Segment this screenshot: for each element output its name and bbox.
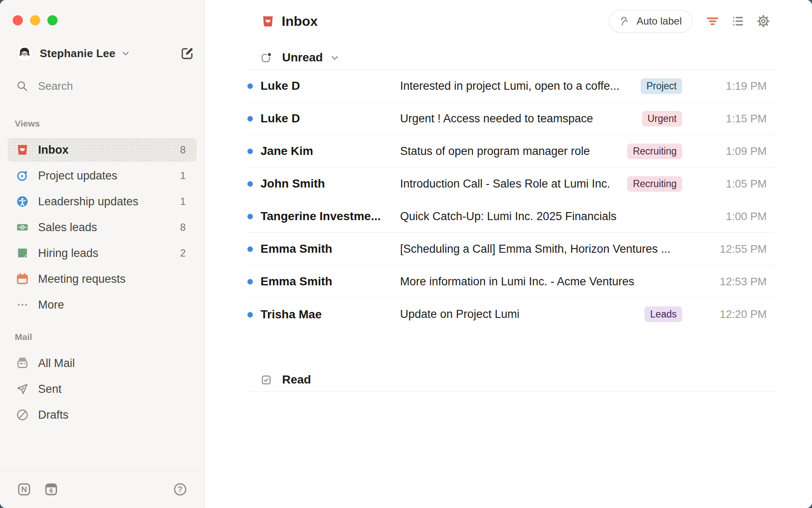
checked-checkbox-icon bbox=[261, 374, 272, 386]
account-switcher[interactable]: Stephanie Lee bbox=[40, 47, 131, 60]
page-title: Inbox bbox=[282, 14, 318, 29]
search-placeholder: Search bbox=[38, 80, 73, 93]
all-mail-icon bbox=[16, 357, 29, 370]
label-badge: Urgent bbox=[642, 111, 682, 127]
email-subject: [Scheduling a Call] Emma Smith, Horizon … bbox=[400, 243, 703, 256]
email-row[interactable]: Tangerine Investme... Quick Catch-Up: Lu… bbox=[247, 200, 774, 233]
sidebar-item-label: Meeting requests bbox=[38, 273, 126, 286]
label-badge: Recruiting bbox=[627, 144, 682, 159]
email-time: 12:20 PM bbox=[703, 308, 767, 321]
target-icon bbox=[16, 169, 29, 182]
sidebar-item-sales-leads[interactable]: Sales leads 8 bbox=[8, 215, 197, 239]
email-subject: Interested in project Lumi, open to a co… bbox=[400, 80, 641, 93]
email-group: Read bbox=[205, 368, 812, 392]
sidebar-footer: 6 ? bbox=[0, 470, 204, 508]
sidebar-item-label: Inbox bbox=[38, 144, 69, 157]
email-row[interactable]: Emma Smith More information in Lumi Inc.… bbox=[247, 265, 774, 298]
drafts-icon bbox=[16, 409, 29, 421]
calendar-icon bbox=[16, 273, 29, 285]
sidebar-item-label: Hiring leads bbox=[38, 247, 99, 260]
email-row[interactable]: Luke D Urgent ! Access needed to teamspa… bbox=[247, 102, 774, 135]
svg-text:?: ? bbox=[178, 485, 183, 494]
unread-count: 8 bbox=[180, 144, 186, 156]
sidebar-item-all-mail[interactable]: All Mail bbox=[8, 351, 197, 375]
maximize-window-button[interactable] bbox=[47, 15, 58, 25]
sidebar-item-project-updates[interactable]: Project updates 1 bbox=[8, 164, 197, 188]
note-icon bbox=[16, 247, 29, 260]
unread-dot-icon bbox=[247, 279, 253, 284]
email-time: 1:15 PM bbox=[703, 112, 767, 125]
send-icon bbox=[16, 383, 29, 395]
sidebar-item-leadership-updates[interactable]: Leadership updates 1 bbox=[8, 190, 197, 213]
email-sender: Jane Kim bbox=[261, 144, 400, 158]
email-time: 1:19 PM bbox=[703, 80, 767, 93]
avatar bbox=[16, 45, 33, 62]
email-time: 12:53 PM bbox=[703, 275, 767, 288]
email-subject: Update on Project Lumi bbox=[400, 308, 645, 321]
email-list: Unread Luke D Interested in project Lumi… bbox=[205, 46, 812, 392]
help-icon[interactable]: ? bbox=[173, 482, 187, 497]
auto-label-lasso-icon bbox=[620, 16, 631, 27]
sidebar-item-label: Sent bbox=[38, 383, 62, 396]
sidebar-item-hiring-leads[interactable]: Hiring leads 2 bbox=[8, 241, 197, 265]
label-badge: Leads bbox=[645, 306, 682, 322]
sidebar-item-drafts[interactable]: Drafts bbox=[8, 403, 197, 427]
email-group: Unread Luke D Interested in project Lumi… bbox=[205, 46, 812, 331]
email-subject: Urgent ! Access needed to teamspace bbox=[400, 112, 642, 125]
app-window: Stephanie Lee Search Views Inbox 8 Proje… bbox=[0, 0, 812, 508]
sidebar-section: Views Inbox 8 Project updates 1 Leadersh… bbox=[0, 119, 204, 317]
email-subject: Introduction Call - Sales Role at Lumi I… bbox=[400, 177, 627, 190]
unread-status-icon bbox=[261, 52, 272, 64]
email-time: 1:05 PM bbox=[703, 177, 767, 190]
sidebar-item-label: Leadership updates bbox=[38, 195, 138, 208]
toolbar: Auto label bbox=[609, 10, 770, 33]
unread-dot-icon bbox=[247, 312, 253, 318]
email-row[interactable]: Jane Kim Status of open program manager … bbox=[247, 135, 774, 168]
close-window-button[interactable] bbox=[13, 15, 23, 25]
email-subject: More information in Lumi Inc. - Acme Ven… bbox=[400, 275, 703, 288]
unread-dot-icon bbox=[247, 149, 253, 154]
email-row[interactable]: Luke D Interested in project Lumi, open … bbox=[247, 70, 774, 102]
inbox-icon bbox=[16, 144, 29, 156]
unread-count: 1 bbox=[180, 196, 186, 207]
search-input[interactable]: Search bbox=[16, 79, 194, 93]
email-subject: Status of open program manager role bbox=[400, 145, 627, 158]
banknote-icon bbox=[16, 221, 29, 234]
email-row[interactable]: Emma Smith [Scheduling a Call] Emma Smit… bbox=[247, 233, 774, 265]
sidebar-item-sent[interactable]: Sent bbox=[8, 377, 197, 401]
divider bbox=[247, 392, 774, 392]
sidebar-section: Mail All Mail Sent Drafts bbox=[0, 332, 204, 427]
chevron-down-icon[interactable] bbox=[329, 52, 340, 63]
unread-dot-icon bbox=[247, 246, 253, 252]
sidebar-nav: Views Inbox 8 Project updates 1 Leadersh… bbox=[0, 119, 204, 427]
email-sender: Emma Smith bbox=[261, 275, 400, 288]
email-row[interactable]: Trisha Mae Update on Project Lumi Leads … bbox=[247, 298, 774, 331]
sidebar-item-inbox[interactable]: Inbox 8 bbox=[8, 138, 197, 162]
group-label: Unread bbox=[282, 51, 323, 64]
settings-button[interactable] bbox=[757, 14, 770, 28]
email-sender: Emma Smith bbox=[261, 242, 400, 256]
list-view-button[interactable] bbox=[731, 14, 745, 28]
email-row[interactable]: John Smith Introduction Call - Sales Rol… bbox=[247, 168, 774, 200]
auto-label-button[interactable]: Auto label bbox=[609, 10, 692, 33]
email-sender: Tangerine Investme... bbox=[261, 210, 400, 223]
chevron-down-icon bbox=[121, 48, 131, 58]
minimize-window-button[interactable] bbox=[30, 15, 40, 25]
email-time: 1:00 PM bbox=[703, 210, 767, 223]
sidebar-item-meeting-requests[interactable]: Meeting requests bbox=[8, 267, 197, 291]
sidebar-item-label: Sales leads bbox=[38, 221, 97, 234]
group-header[interactable]: Read bbox=[261, 368, 812, 392]
sidebar-item-label: All Mail bbox=[38, 357, 75, 370]
group-header[interactable]: Unread bbox=[261, 46, 812, 69]
notion-logo-icon[interactable] bbox=[17, 482, 31, 497]
calendar-6-icon[interactable]: 6 bbox=[44, 482, 58, 497]
email-sender: Luke D bbox=[261, 79, 400, 93]
filter-button[interactable] bbox=[706, 14, 719, 28]
label-badge: Project bbox=[641, 78, 682, 94]
search-icon bbox=[16, 80, 28, 92]
compose-button[interactable] bbox=[181, 47, 194, 60]
unread-dot-icon bbox=[247, 214, 253, 219]
label-badge: Recruiting bbox=[627, 176, 682, 192]
section-label: Mail bbox=[15, 332, 204, 343]
sidebar-item-more[interactable]: More bbox=[8, 293, 197, 317]
